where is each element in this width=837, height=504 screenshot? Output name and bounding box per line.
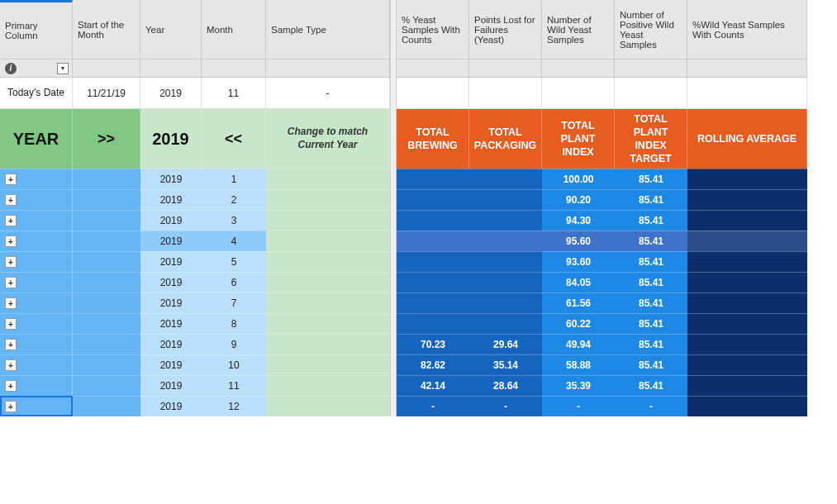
col-header[interactable]: Sample Type bbox=[266, 0, 390, 59]
month-cell: 7 bbox=[202, 292, 266, 313]
month-cell: 1 bbox=[202, 169, 266, 189]
today-blank bbox=[615, 78, 687, 109]
expand-cell[interactable]: + bbox=[0, 396, 73, 416]
expand-cell[interactable]: + bbox=[0, 231, 73, 251]
sample-cell bbox=[266, 375, 390, 396]
pack-cell bbox=[469, 210, 542, 231]
year-cell: 2019 bbox=[140, 354, 202, 375]
expand-icon[interactable]: + bbox=[5, 174, 17, 185]
year-label: YEAR bbox=[0, 109, 73, 169]
expand-cell[interactable]: + bbox=[0, 251, 73, 272]
expand-icon[interactable]: + bbox=[5, 215, 17, 226]
today-year: 2019 bbox=[140, 78, 202, 109]
today-blank bbox=[397, 78, 469, 109]
filter-cell[interactable] bbox=[73, 59, 140, 78]
roll-cell bbox=[687, 375, 807, 396]
expand-icon[interactable]: + bbox=[5, 235, 17, 247]
brew-cell: 70.23 bbox=[397, 334, 469, 354]
col-header[interactable]: Number of Positive Wild Yeast Samples bbox=[615, 0, 687, 59]
brew-cell bbox=[397, 169, 469, 189]
brew-cell: - bbox=[397, 396, 469, 416]
target-cell: 85.41 bbox=[615, 189, 687, 210]
year-cell: 2019 bbox=[140, 396, 202, 416]
start-cell bbox=[73, 313, 140, 334]
col-header[interactable]: Number of Wild Yeast Samples bbox=[542, 0, 615, 59]
expand-cell[interactable]: + bbox=[0, 292, 73, 313]
filter-cell[interactable] bbox=[687, 59, 807, 78]
pack-cell: 28.64 bbox=[469, 375, 542, 396]
expand-cell[interactable]: + bbox=[0, 375, 73, 396]
col-header[interactable]: % Yeast Samples With Counts bbox=[397, 0, 469, 59]
target-cell: 85.41 bbox=[615, 375, 687, 396]
separator bbox=[390, 396, 397, 416]
target-cell: 85.41 bbox=[615, 292, 687, 313]
year-next-button[interactable]: >> bbox=[73, 109, 140, 169]
separator bbox=[390, 59, 397, 78]
filter-cell[interactable] bbox=[542, 59, 615, 78]
filter-cell[interactable]: i▼ bbox=[0, 59, 73, 78]
filter-cell[interactable] bbox=[202, 59, 266, 78]
expand-icon[interactable]: + bbox=[5, 401, 17, 412]
month-cell: 5 bbox=[202, 251, 266, 272]
expand-cell[interactable]: + bbox=[0, 313, 73, 334]
year-cell: 2019 bbox=[140, 313, 202, 334]
expand-icon[interactable]: + bbox=[5, 256, 17, 268]
expand-cell[interactable]: + bbox=[0, 169, 73, 189]
roll-cell bbox=[687, 313, 807, 334]
target-cell: - bbox=[615, 396, 687, 416]
expand-icon[interactable]: + bbox=[5, 380, 17, 392]
expand-icon[interactable]: + bbox=[5, 318, 17, 330]
expand-cell[interactable]: + bbox=[0, 210, 73, 231]
separator bbox=[390, 0, 397, 59]
plant-cell: - bbox=[542, 396, 615, 416]
expand-icon[interactable]: + bbox=[5, 339, 17, 350]
filter-cell[interactable] bbox=[397, 59, 469, 78]
col-header[interactable]: Year bbox=[140, 0, 202, 59]
expand-icon[interactable]: + bbox=[5, 194, 17, 206]
dropdown-icon[interactable]: ▼ bbox=[57, 63, 69, 74]
brew-cell bbox=[397, 210, 469, 231]
expand-cell[interactable]: + bbox=[0, 354, 73, 375]
expand-cell[interactable]: + bbox=[0, 334, 73, 354]
start-cell bbox=[73, 396, 140, 416]
col-header[interactable]: Start of the Month bbox=[73, 0, 140, 59]
separator bbox=[390, 251, 397, 272]
filter-cell[interactable] bbox=[140, 59, 202, 78]
total-header: TOTAL BREWING bbox=[397, 109, 469, 169]
col-header[interactable]: %Wild Yeast Samples With Counts bbox=[687, 0, 807, 59]
filter-cell[interactable] bbox=[615, 59, 687, 78]
target-cell: 85.41 bbox=[615, 169, 687, 189]
pack-cell: 29.64 bbox=[469, 334, 542, 354]
today-blank bbox=[687, 78, 807, 109]
year-prev-button[interactable]: << bbox=[202, 109, 266, 169]
today-sample: - bbox=[266, 78, 390, 109]
roll-cell bbox=[687, 251, 807, 272]
pack-cell bbox=[469, 231, 542, 251]
filter-cell[interactable] bbox=[266, 59, 390, 78]
start-cell bbox=[73, 272, 140, 292]
sample-cell bbox=[266, 354, 390, 375]
col-header[interactable]: Points Lost for Failures (Yeast) bbox=[469, 0, 542, 59]
col-header[interactable]: Month bbox=[202, 0, 266, 59]
expand-cell[interactable]: + bbox=[0, 272, 73, 292]
expand-icon[interactable]: + bbox=[5, 297, 17, 309]
month-cell: 4 bbox=[202, 231, 266, 251]
filter-cell[interactable] bbox=[469, 59, 542, 78]
start-cell bbox=[73, 334, 140, 354]
plant-cell: 35.39 bbox=[542, 375, 615, 396]
col-header[interactable]: Primary Column bbox=[0, 0, 73, 59]
year-cell: 2019 bbox=[140, 169, 202, 189]
year-cell: 2019 bbox=[140, 375, 202, 396]
total-header: TOTAL PACKAGING bbox=[469, 109, 542, 169]
expand-cell[interactable]: + bbox=[0, 189, 73, 210]
total-header: ROLLING AVERAGE bbox=[687, 109, 807, 169]
separator bbox=[390, 334, 397, 354]
plant-cell: 84.05 bbox=[542, 272, 615, 292]
expand-icon[interactable]: + bbox=[5, 277, 17, 288]
brew-cell bbox=[397, 251, 469, 272]
expand-icon[interactable]: + bbox=[5, 359, 17, 371]
info-icon[interactable]: i bbox=[5, 63, 17, 74]
sample-cell bbox=[266, 272, 390, 292]
total-header: TOTAL PLANT INDEX TARGET bbox=[615, 109, 687, 169]
target-cell: 85.41 bbox=[615, 231, 687, 251]
